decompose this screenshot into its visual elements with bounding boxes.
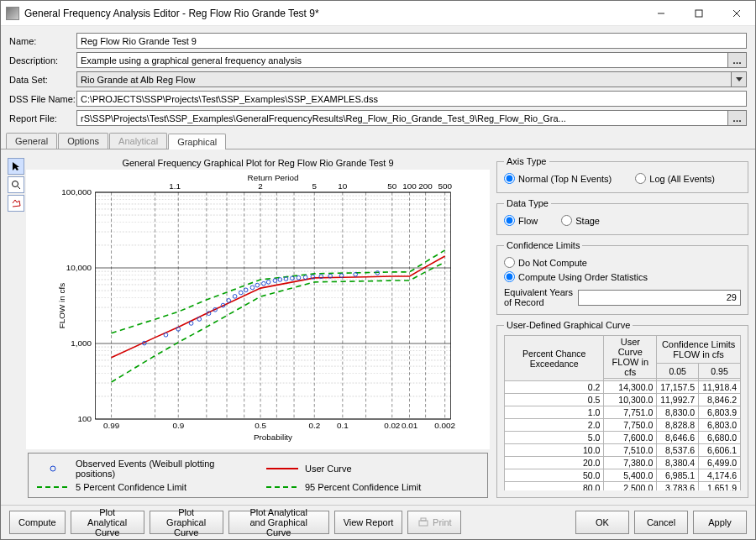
axis-normal-radio[interactable]: Normal (Top N Events) xyxy=(504,173,612,184)
maximize-button[interactable] xyxy=(680,1,717,25)
frequency-plot[interactable]: 1001,00010,000100,0000.990.90.50.20.10.0… xyxy=(26,170,490,449)
col-conf-limits: Confidence LimitsFLOW in cfs xyxy=(657,336,741,364)
legend-5pct: 5 Percent Confidence Limit xyxy=(76,482,186,492)
eq-years-input[interactable]: 29 xyxy=(578,290,741,306)
view-report-button[interactable]: View Report xyxy=(334,511,403,534)
dss-file-input[interactable]: C:\PROJECTS\SSP\Projects\Test\SSP_Exampl… xyxy=(76,91,747,107)
table-row[interactable]: 10.07,510.08,537.66,606.1 xyxy=(505,444,741,457)
conf-do-not-compute-radio[interactable]: Do Not Compute xyxy=(504,257,587,268)
data-stage-radio[interactable]: Stage xyxy=(561,215,600,226)
svg-text:100: 100 xyxy=(402,181,417,191)
legend-95pct: 95 Percent Confidence Limit xyxy=(305,482,421,492)
svg-marker-5 xyxy=(13,162,19,170)
table-row[interactable]: 20.07,380.08,380.46,499.0 xyxy=(505,457,741,469)
svg-text:200: 200 xyxy=(418,181,433,191)
svg-text:Return Period: Return Period xyxy=(248,173,299,182)
pointer-tool-button[interactable] xyxy=(8,158,24,175)
name-label: Name: xyxy=(9,36,76,46)
titlebar: General Frequency Analysis Editor - Reg … xyxy=(1,1,755,26)
svg-line-2 xyxy=(733,10,740,17)
svg-text:100: 100 xyxy=(78,414,92,423)
app-window: General Frequency Analysis Editor - Reg … xyxy=(0,0,756,540)
axis-log-radio[interactable]: Log (All Events) xyxy=(635,173,715,184)
pan-tool-button[interactable] xyxy=(8,195,24,212)
close-button[interactable] xyxy=(717,1,755,25)
dataset-dropdown-button[interactable] xyxy=(732,71,747,87)
user-curve-table[interactable]: Percent Chance Exceedance User CurveFLOW… xyxy=(504,335,741,490)
minimize-button[interactable] xyxy=(642,1,680,25)
dataset-label: Data Set: xyxy=(9,75,76,85)
name-input[interactable]: Reg Flow Rio Grande Test 9 xyxy=(76,33,747,49)
col-user-curve: User CurveFLOW in cfs xyxy=(604,336,657,379)
table-row[interactable]: 0.510,300.011,992.78,846.2 xyxy=(505,394,741,406)
axis-type-legend: Axis Type xyxy=(504,156,549,166)
svg-line-3 xyxy=(733,10,740,17)
svg-text:0.5: 0.5 xyxy=(255,421,266,430)
plot-analytical-and-graphical-button[interactable]: Plot Analyticaland Graphical Curve xyxy=(228,511,329,534)
svg-rect-108 xyxy=(419,521,428,526)
user-defined-curve-legend: User-Defined Graphical Curve xyxy=(504,320,633,330)
table-row[interactable]: 80.02,500.03,783.61,651.9 xyxy=(505,482,741,490)
eq-years-label-2: of Record xyxy=(504,297,573,307)
tab-analytical: Analytical xyxy=(109,133,167,149)
description-label: Description: xyxy=(9,55,76,66)
print-button: Print xyxy=(407,511,461,534)
svg-line-7 xyxy=(18,186,20,189)
table-row[interactable]: 0.214,300.017,157.511,918.4 xyxy=(505,381,741,394)
svg-text:1.1: 1.1 xyxy=(169,181,181,191)
svg-text:0.01: 0.01 xyxy=(402,421,418,430)
conf-order-stats-radio[interactable]: Compute Using Order Statistics xyxy=(504,271,648,282)
tab-options[interactable]: Options xyxy=(58,133,108,149)
plot-graphical-curve-button[interactable]: Plot GraphicalCurve xyxy=(150,511,223,534)
tab-general[interactable]: General xyxy=(6,133,57,149)
svg-rect-109 xyxy=(421,518,426,521)
report-ellipsis-button[interactable]: … xyxy=(728,110,747,126)
eq-years-label-1: Equivalent Years xyxy=(504,287,573,297)
legend-observed: Observed Events (Weibull plotting positi… xyxy=(76,459,249,479)
svg-text:2: 2 xyxy=(258,181,263,191)
svg-text:FLOW in cfs: FLOW in cfs xyxy=(57,283,66,328)
svg-point-104 xyxy=(50,466,55,471)
dataset-combo[interactable]: Rio Grande at Alb Reg Flow xyxy=(76,71,732,87)
col-095: 0.95 xyxy=(699,363,741,378)
confidence-limits-legend: Confidence Limits xyxy=(504,240,582,250)
data-flow-radio[interactable]: Flow xyxy=(504,215,538,226)
table-row[interactable]: 50.05,400.06,985.14,174.6 xyxy=(505,469,741,482)
description-ellipsis-button[interactable]: … xyxy=(728,52,747,68)
svg-text:0.2: 0.2 xyxy=(308,421,320,430)
svg-text:100,000: 100,000 xyxy=(61,187,92,197)
svg-text:50: 50 xyxy=(387,181,396,191)
tab-graphical[interactable]: Graphical xyxy=(168,134,226,149)
data-type-group: Data Type Flow Stage xyxy=(496,198,748,235)
footer-bar: Compute Plot AnalyticalCurve Plot Graphi… xyxy=(1,505,755,539)
svg-marker-4 xyxy=(736,77,743,81)
plot-analytical-curve-button[interactable]: Plot AnalyticalCurve xyxy=(71,511,144,534)
tab-strip: General Options Analytical Graphical xyxy=(1,131,755,149)
user-defined-curve-group: User-Defined Graphical Curve Percent Cha… xyxy=(496,320,748,498)
svg-point-6 xyxy=(13,181,18,187)
svg-rect-8 xyxy=(96,192,451,419)
data-type-legend: Data Type xyxy=(504,198,551,208)
svg-text:0.02: 0.02 xyxy=(384,421,400,430)
description-input[interactable]: Example using a graphical general freque… xyxy=(76,52,728,68)
dss-label: DSS File Name: xyxy=(9,94,76,104)
table-row[interactable]: 2.07,750.08,828.86,803.0 xyxy=(505,419,741,432)
compute-button[interactable]: Compute xyxy=(9,511,66,534)
plot-title: General Frequency Graphical Plot for Reg… xyxy=(26,156,490,170)
apply-button[interactable]: Apply xyxy=(693,511,747,534)
svg-text:5: 5 xyxy=(312,181,318,191)
svg-text:10,000: 10,000 xyxy=(66,263,92,272)
table-row[interactable]: 5.07,600.08,646.66,680.0 xyxy=(505,432,741,444)
svg-text:1,000: 1,000 xyxy=(71,338,92,348)
zoom-tool-button[interactable] xyxy=(8,176,24,193)
cancel-button[interactable]: Cancel xyxy=(634,511,688,534)
svg-rect-1 xyxy=(696,10,702,17)
report-file-input[interactable]: rS\SSP\Projects\Test\SSP_Examples\Genera… xyxy=(76,110,728,126)
col-005: 0.05 xyxy=(657,363,699,378)
svg-text:0.002: 0.002 xyxy=(434,421,455,430)
ok-button[interactable]: OK xyxy=(575,511,629,534)
table-row[interactable]: 1.07,751.08,830.06,803.9 xyxy=(505,406,741,419)
window-title: General Frequency Analysis Editor - Reg … xyxy=(24,8,642,19)
axis-type-group: Axis Type Normal (Top N Events) Log (All… xyxy=(496,156,748,193)
svg-text:0.99: 0.99 xyxy=(103,421,120,430)
